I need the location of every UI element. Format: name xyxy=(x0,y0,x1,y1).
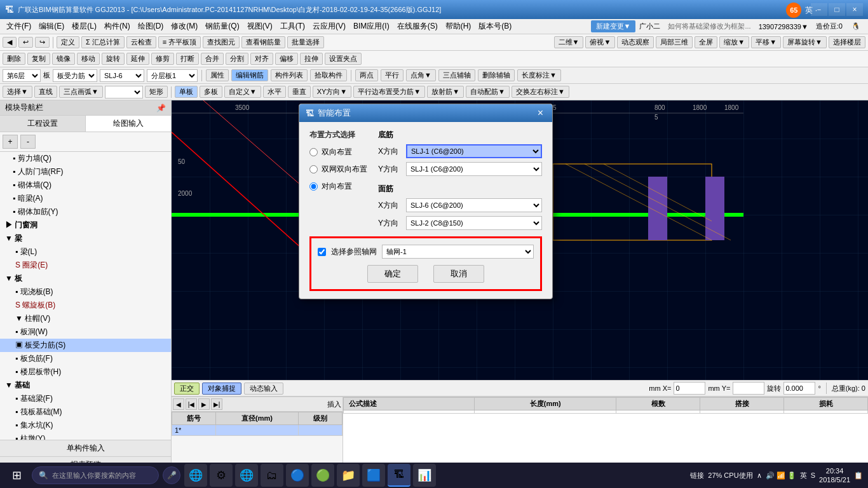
find-element-btn[interactable]: 查找图元 xyxy=(203,36,240,48)
menu-cloud[interactable]: 云应用(V) xyxy=(309,20,349,33)
taskbar-app-8[interactable]: 🟦 xyxy=(362,464,385,487)
menu-file[interactable]: 文件(F) xyxy=(3,20,35,33)
point-angle-btn[interactable]: 点角▼ xyxy=(406,69,436,81)
axis-select[interactable]: 轴网-1 xyxy=(382,245,534,259)
tree-masonry-rebar[interactable]: ▪ 砌体加筋(Y) xyxy=(0,205,171,219)
dialog-close-btn[interactable]: × xyxy=(535,107,546,119)
fullscreen-btn[interactable]: 全屏 xyxy=(695,36,717,48)
two-points-btn[interactable]: 两点 xyxy=(355,69,378,81)
mic-btn[interactable]: 🎤 xyxy=(163,466,180,484)
three-point-axis-btn[interactable]: 三点辅轴 xyxy=(438,69,475,81)
bottom-y-select[interactable]: SLJ-1 (C6@200) xyxy=(406,162,542,176)
taskbar-app-2[interactable]: ⚙ xyxy=(210,464,233,487)
zoom-btn[interactable]: 缩放▼ xyxy=(719,36,749,48)
radio-double-net[interactable] xyxy=(309,165,318,173)
menu-edit[interactable]: 编辑(E) xyxy=(35,20,68,33)
radio-bidirectional[interactable] xyxy=(309,148,318,156)
tree-ring-beam[interactable]: S 圈梁(E) xyxy=(0,259,171,272)
back-btn[interactable]: ◀ xyxy=(3,37,17,48)
align-btn[interactable]: 对齐 xyxy=(250,53,273,65)
phone-btn[interactable]: 13907298339▼ xyxy=(755,22,812,32)
tray-up-arrow[interactable]: ∧ xyxy=(757,471,762,480)
offset-btn[interactable]: 偏移 xyxy=(275,53,298,65)
close-button[interactable]: × xyxy=(846,3,863,16)
tree-col-pier[interactable]: ▪ 柱墩(Y) xyxy=(0,432,171,440)
search-bar[interactable]: 🔍 在这里输入你要搜索的内容 xyxy=(32,466,159,484)
top-view-btn[interactable]: 俯视▼ xyxy=(585,36,615,48)
nav-draw[interactable]: 绘图输入 xyxy=(86,116,171,132)
snap-btn[interactable]: 对象捕捉 xyxy=(202,383,241,395)
rebar-select[interactable]: 板受力筋 xyxy=(53,69,97,82)
tree-slab-group[interactable]: ▼ 板 xyxy=(0,272,171,285)
redo-btn[interactable]: ↪ xyxy=(35,37,50,48)
edit-rebar-btn[interactable]: 编辑钢筋 xyxy=(231,69,268,81)
top-x-select[interactable]: SLJ-6 (C6@200) xyxy=(406,198,542,212)
tree-foundation-group[interactable]: ▼ 基础 xyxy=(0,379,171,392)
tree-found-beam[interactable]: ▪ 基础梁(F) xyxy=(0,392,171,405)
set-grip-btn[interactable]: 设置夹点 xyxy=(325,53,362,65)
option-double-net[interactable]: 双网双向布置 xyxy=(309,164,373,175)
select-floor-btn[interactable]: 选择楼层 xyxy=(829,36,865,48)
swap-mark-btn[interactable]: 交换左右标注▼ xyxy=(512,86,569,98)
radio-opposite[interactable] xyxy=(309,182,318,191)
menu-draw[interactable]: 绘图(D) xyxy=(134,20,168,33)
multi-board-btn[interactable]: 多板 xyxy=(200,86,222,98)
tree-rf-wall[interactable]: ▪ 人防门墙(RF) xyxy=(0,165,171,179)
dynamic-observe-btn[interactable]: 动态观察 xyxy=(617,36,654,48)
shape-select[interactable] xyxy=(105,86,143,98)
nav-first-btn[interactable]: |◀ xyxy=(186,398,197,410)
taskbar-app-3[interactable]: 🌐 xyxy=(235,464,258,487)
tree-floor-strip[interactable]: ▪ 楼层板带(H) xyxy=(0,365,171,379)
coord-y-input[interactable] xyxy=(733,382,764,395)
tree-masonry-wall[interactable]: ▪ 砌体墙(Q) xyxy=(0,179,171,192)
start-btn[interactable]: ⊞ xyxy=(5,464,28,487)
coord-x-input[interactable] xyxy=(674,382,705,395)
single-board-btn[interactable]: 单板 xyxy=(175,86,198,98)
menu-view[interactable]: 视图(V) xyxy=(243,20,276,33)
sidebar-add-btn[interactable]: + xyxy=(3,135,18,149)
delete-btn[interactable]: 删除 xyxy=(3,53,25,65)
tree-spiral-slab[interactable]: S 螺旋板(B) xyxy=(0,299,171,312)
floor-select[interactable]: 第6层 xyxy=(3,69,41,82)
table-row[interactable]: 1* xyxy=(172,425,342,436)
axis-checkbox[interactable] xyxy=(318,248,326,256)
screen-rotate-btn[interactable]: 屏幕旋转▼ xyxy=(783,36,827,48)
menu-component[interactable]: 构件(N) xyxy=(100,20,134,33)
cancel-btn[interactable]: 取消 xyxy=(433,265,484,283)
menu-help[interactable]: 帮助(H) xyxy=(442,20,475,33)
taskbar-app-6[interactable]: 🟢 xyxy=(311,464,334,487)
orthogonal-btn[interactable]: 正交 xyxy=(174,383,200,395)
option-bidirectional[interactable]: 双向布置 xyxy=(309,147,373,158)
menu-version[interactable]: 版本号(B) xyxy=(475,20,515,33)
menu-tools[interactable]: 工具(T) xyxy=(276,20,309,33)
bottom-x-select[interactable]: SLJ-1 (C6@200) xyxy=(406,144,542,158)
menu-rebar-qty[interactable]: 钢筋量(Q) xyxy=(201,20,243,33)
guangxiao-btn[interactable]: 广小二 xyxy=(635,20,664,32)
name-select[interactable]: SLJ-6 xyxy=(100,69,144,82)
property-btn[interactable]: 属性 xyxy=(206,69,229,81)
nav-next-btn[interactable]: ▶ xyxy=(198,398,210,410)
top-y-select[interactable]: SLJ-2 (C8@150) xyxy=(406,216,542,230)
calc-btn[interactable]: Σ 汇总计算 xyxy=(81,36,125,48)
menu-bim[interactable]: BIM应用(I) xyxy=(349,20,393,33)
tree-door-window[interactable]: ▶ 门窗洞 xyxy=(0,219,171,232)
view-rebar-btn[interactable]: 查看钢筋量 xyxy=(241,36,285,48)
single-component-btn[interactable]: 单构件输入 xyxy=(0,440,171,457)
tree-beam[interactable]: ▪ 梁(L) xyxy=(0,245,171,259)
language-indicator[interactable]: 英 xyxy=(800,471,807,480)
local-3d-btn[interactable]: 局部三维 xyxy=(656,36,693,48)
rotate-input[interactable] xyxy=(783,382,815,395)
custom-btn[interactable]: 自定义▼ xyxy=(224,86,261,98)
tree-col-cap[interactable]: ▼ 柱帽(V) xyxy=(0,312,171,325)
check-btn[interactable]: 云检查 xyxy=(126,36,156,48)
confirm-btn[interactable]: 确定 xyxy=(367,265,418,283)
tree-hidden-beam[interactable]: ▪ 暗梁(A) xyxy=(0,192,171,205)
mirror-btn[interactable]: 镜像 xyxy=(52,53,75,65)
taskbar-app-7[interactable]: 📁 xyxy=(337,464,360,487)
tree-slab-rebar[interactable]: ▣ 板受力筋(S) xyxy=(0,339,171,352)
merge-btn[interactable]: 合并 xyxy=(201,53,224,65)
auto-rebar-btn[interactable]: 自动配筋▼ xyxy=(466,86,510,98)
rotate-btn[interactable]: 旋转 xyxy=(102,53,125,65)
menu-modify[interactable]: 修改(M) xyxy=(167,20,201,33)
taskbar-app-5[interactable]: 🔵 xyxy=(286,464,309,487)
